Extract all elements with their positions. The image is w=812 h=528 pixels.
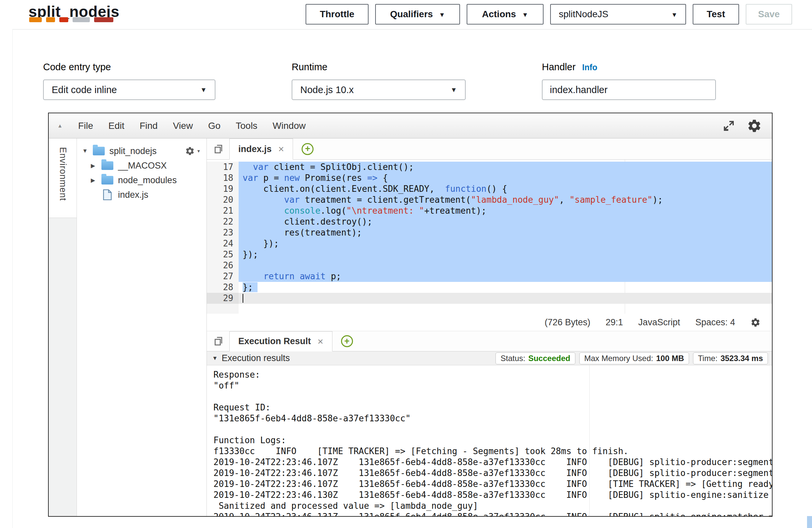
log-line: Function Logs: xyxy=(214,435,772,446)
statusbar-gear-icon[interactable] xyxy=(750,317,760,327)
cursor-position[interactable]: 29:1 xyxy=(606,317,623,327)
fullscreen-icon[interactable] xyxy=(722,119,736,132)
page-scrollbar[interactable] xyxy=(807,516,812,528)
runtime-value: Node.js 10.x xyxy=(300,85,354,96)
code-entry-type-select[interactable]: Edit code inline ▼ xyxy=(43,79,215,100)
log-line xyxy=(214,424,772,435)
clipped-chip xyxy=(29,17,42,22)
disclosure-open-icon[interactable]: ▼ xyxy=(82,148,93,155)
plus-icon: + xyxy=(344,336,350,347)
runtime-label: Runtime xyxy=(292,62,328,73)
new-tab-button[interactable]: + xyxy=(341,335,353,347)
plus-icon: + xyxy=(305,144,310,154)
environment-tab-label: Environment xyxy=(58,147,68,218)
environment-tab[interactable]: Environment xyxy=(49,138,76,218)
code-line[interactable]: 21 console.log("\ntreatment: "+treatment… xyxy=(207,205,772,216)
indent-setting[interactable]: Spaces: 4 xyxy=(695,317,735,327)
time-value: 3523.34 ms xyxy=(721,354,763,363)
editor-settings-gear-icon[interactable] xyxy=(747,118,762,133)
line-number: 24 xyxy=(207,238,238,249)
clipped-chip xyxy=(73,17,90,22)
environment-sidebar: Environment xyxy=(49,138,77,516)
log-line: Sanitized and processed value => [lambda… xyxy=(214,500,772,511)
tab-list-icon[interactable] xyxy=(213,144,224,155)
gutter-extension xyxy=(207,304,238,314)
folder-icon xyxy=(93,147,105,155)
handler-info-link[interactable]: Info xyxy=(582,63,597,72)
tab-label: index.js xyxy=(238,144,272,155)
close-icon[interactable]: × xyxy=(278,144,284,155)
throttle-button[interactable]: Throttle xyxy=(306,4,368,25)
code-line[interactable]: 17 var client = SplitObj.client(); xyxy=(207,162,772,173)
line-number: 22 xyxy=(207,216,238,227)
test-button[interactable]: Test xyxy=(693,4,739,25)
log-line: 2019-10-24T22:23:46.107Z 131e865f-6eb4-4… xyxy=(214,468,772,479)
code-line[interactable]: 29 xyxy=(207,293,772,304)
execution-results-title: Execution results xyxy=(222,353,290,363)
code-line[interactable]: 26 xyxy=(207,260,772,271)
file-size: (726 Bytes) xyxy=(545,317,590,327)
tree-item-root[interactable]: ▼ split_nodejs ▾ xyxy=(77,144,206,158)
menu-item-file[interactable]: File xyxy=(71,120,101,131)
tab-execution-result[interactable]: Execution Result × xyxy=(229,331,332,351)
actions-button[interactable]: Actions ▼ xyxy=(467,4,543,25)
menu-item-edit[interactable]: Edit xyxy=(101,120,132,131)
menu-item-go[interactable]: Go xyxy=(201,120,228,131)
code-entry-type-label: Code entry type xyxy=(43,62,111,73)
tree-item-indexjs[interactable]: ▶ index.js xyxy=(77,188,206,202)
tab-indexjs[interactable]: index.js × xyxy=(229,138,293,160)
save-button[interactable]: Save xyxy=(746,4,792,25)
disclosure-closed-icon[interactable]: ▶ xyxy=(91,177,101,184)
chevron-down-icon: ▼ xyxy=(200,86,207,94)
code-entry-type-value: Edit code inline xyxy=(52,85,117,96)
log-line: Request ID: xyxy=(214,402,772,413)
runtime-select[interactable]: Node.js 10.x ▼ xyxy=(292,79,466,100)
tree-settings-button[interactable]: ▾ xyxy=(185,146,200,156)
menu-item-find[interactable]: Find xyxy=(132,120,165,131)
menu-item-view[interactable]: View xyxy=(165,120,201,131)
code-line[interactable]: 24 }); xyxy=(207,238,772,249)
clipped-content-fragment xyxy=(29,17,113,22)
new-tab-button[interactable]: + xyxy=(302,143,314,155)
qualifiers-button[interactable]: Qualifiers ▼ xyxy=(375,4,460,25)
tree-root-label: split_nodejs xyxy=(110,146,157,156)
code-line[interactable]: 18var p = new Promise(res => { xyxy=(207,173,772,184)
menu-item-tools[interactable]: Tools xyxy=(228,120,265,131)
line-number: 25 xyxy=(207,249,238,260)
tab-label: Execution Result xyxy=(238,336,311,347)
editor-statusbar: (726 Bytes) 29:1 JavaScript Spaces: 4 xyxy=(207,314,772,331)
chevron-down-icon: ▼ xyxy=(522,11,528,18)
disclosure-closed-icon[interactable]: ▶ xyxy=(91,162,101,169)
tree-item-macosx[interactable]: ▶ __MACOSX xyxy=(77,158,206,173)
code-line[interactable]: 22 client.destroy(); xyxy=(207,216,772,227)
tree-file-label: index.js xyxy=(118,190,148,200)
handler-label: HandlerInfo xyxy=(542,62,597,73)
code-line[interactable]: 28}; xyxy=(207,282,772,293)
status-value: Succeeded xyxy=(528,354,570,363)
status-badge: Status: Succeeded xyxy=(495,352,575,364)
collapse-results-icon[interactable]: ▼ xyxy=(212,355,218,362)
code-line[interactable]: 20 var treatment = client.getTreatment("… xyxy=(207,194,772,205)
tree-item-node-modules[interactable]: ▶ node_modules xyxy=(77,173,206,188)
execution-results-header[interactable]: ▼ Execution results Status: Succeeded Ma… xyxy=(207,351,772,365)
code-line[interactable]: 19 client.on(client.Event.SDK_READY, fun… xyxy=(207,184,772,194)
code-line[interactable]: 23 res(treatment); xyxy=(207,227,772,238)
tree-folder-label: node_modules xyxy=(118,175,177,186)
collapse-menubar-icon[interactable]: ▲ xyxy=(57,123,63,129)
code-line[interactable]: 27 return await p; xyxy=(207,271,772,282)
menu-items: FileEditFindViewGoToolsWindow xyxy=(71,120,313,131)
menu-item-window[interactable]: Window xyxy=(265,120,314,131)
tab-list-icon[interactable] xyxy=(213,336,224,347)
code-line[interactable]: 25}); xyxy=(207,249,772,260)
execution-logs: Response:"off" Request ID:"131e865f-6eb4… xyxy=(207,365,772,516)
qualifiers-label: Qualifiers xyxy=(390,9,433,19)
time-badge: Time: 3523.34 ms xyxy=(693,352,768,364)
test-event-select[interactable]: splitNodeJS ▼ xyxy=(550,4,686,25)
line-number: 21 xyxy=(207,205,238,216)
line-number: 18 xyxy=(207,173,238,184)
language-mode[interactable]: JavaScript xyxy=(638,317,680,327)
clipped-chip xyxy=(59,17,68,22)
close-icon[interactable]: × xyxy=(318,336,323,347)
line-number: 28 xyxy=(207,282,238,293)
handler-input[interactable] xyxy=(542,79,716,100)
